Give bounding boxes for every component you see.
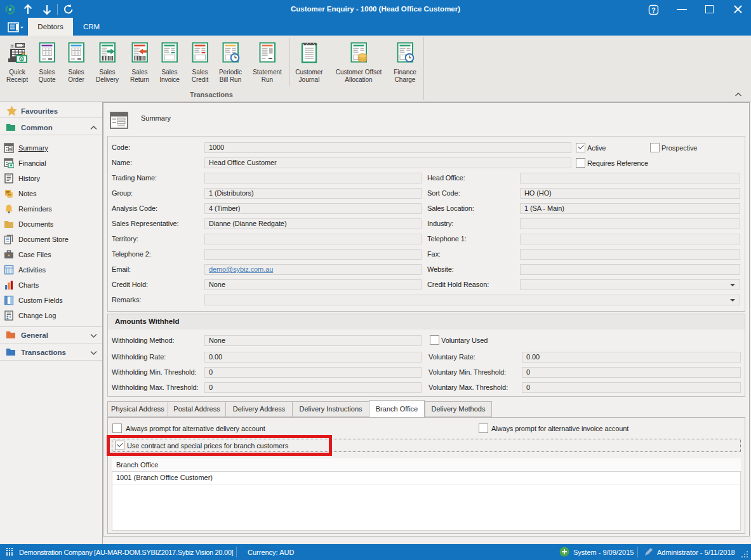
svg-text:$: $ xyxy=(20,57,23,62)
svg-text:?: ? xyxy=(651,6,655,14)
